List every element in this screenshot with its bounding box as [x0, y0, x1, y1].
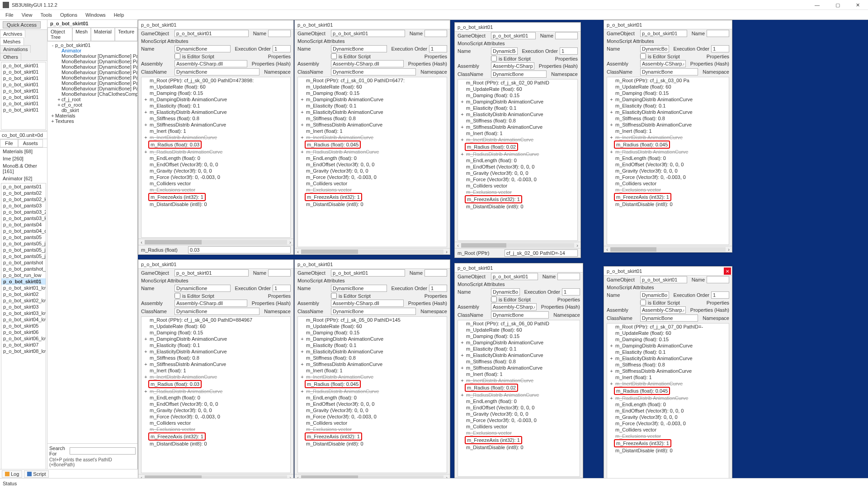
prop-row[interactable]: m_Gravity (Vector3f): 0, 0, 0: [298, 407, 447, 413]
panel-title[interactable]: p_o_bot_skirt01: [604, 267, 732, 276]
prop-row[interactable]: m_UpdateRate (float): 60: [142, 84, 290, 90]
prop-row[interactable]: +m_InertDistrib AnimationCurve: [458, 377, 580, 384]
prop-row[interactable]: m_DistantDisable (int8): 0: [607, 201, 729, 207]
prop-row[interactable]: +m_RadiusDistrib AnimationCurve: [607, 149, 729, 155]
prop-row[interactable]: m_Exclusions vector: [142, 187, 290, 193]
prop-row[interactable]: m_EndOffset (Vector3f): 0, 0, 0: [142, 401, 290, 407]
prop-row[interactable]: m_Root (PPtr): cf_j_sk_05_00 PathID=145: [298, 317, 447, 323]
prop-row[interactable]: m_Force (Vector3f): 0, -0.003, 0: [142, 413, 290, 420]
prop-row[interactable]: m_EndLength (float): 0: [458, 398, 580, 404]
name-input[interactable]: [268, 269, 291, 277]
prop-row[interactable]: m_FreezeAxis (int32): 1: [458, 195, 577, 203]
menu-view[interactable]: View: [18, 11, 36, 19]
prop-row[interactable]: m_Colliders vector: [458, 423, 580, 430]
prop-row[interactable]: m_UpdateRate (float): 60: [458, 327, 580, 333]
mono-name-input[interactable]: [640, 45, 669, 52]
gameobject-input[interactable]: [640, 30, 687, 37]
prop-row[interactable]: m_Stiffness (float): 0.8: [298, 355, 447, 361]
prop-row[interactable]: +m_RadiusDistrib AnimationCurve: [458, 151, 577, 157]
prop-row[interactable]: +m_InertDistrib AnimationCurve: [458, 136, 577, 143]
footer-prop-input[interactable]: [188, 246, 291, 253]
asset-list-item[interactable]: p_o_bot_skirt07: [1, 342, 46, 348]
prop-row[interactable]: m_EndLength (float): 0: [458, 157, 577, 164]
prop-row[interactable]: m_FreezeAxis (int32): 1: [607, 439, 729, 447]
prop-row[interactable]: m_EndLength (float): 0: [607, 155, 729, 161]
prop-row[interactable]: m_EndOffset (Vector3f): 0, 0, 0: [458, 164, 577, 170]
prop-row[interactable]: m_EndOffset (Vector3f): 0, 0, 0: [607, 408, 729, 414]
asset-list-item[interactable]: p_o_bot_pants03: [1, 202, 46, 209]
editor-script-checkbox[interactable]: [640, 300, 646, 305]
prop-row[interactable]: m_Damping (float): 0.15: [142, 90, 290, 96]
prop-row[interactable]: m_Force (Vector3f): 0, -0.003, 0: [142, 174, 290, 180]
prop-row[interactable]: +m_RadiusDistrib AnimationCurve: [142, 388, 290, 394]
prop-row[interactable]: +m_ElasticityDistrib AnimationCurve: [458, 352, 580, 358]
assembly-input[interactable]: [175, 60, 247, 67]
prop-row[interactable]: +m_ElasticityDistrib AnimationCurve: [298, 109, 447, 115]
prop-row[interactable]: m_Stiffness (float): 0.8: [142, 355, 290, 361]
tab-archives[interactable]: Archives: [0, 30, 25, 38]
prop-row[interactable]: m_Stiffness (float): 0.8: [607, 115, 729, 122]
panel-title[interactable]: p_o_bot_skirt01: [295, 260, 450, 269]
property-tree[interactable]: m_Root (PPtr): cf_j_sk_05_00 PathID=145m…: [297, 316, 447, 473]
prop-row[interactable]: m_Damping (float): 0.15: [298, 90, 447, 96]
name-input[interactable]: [707, 276, 729, 283]
prop-row[interactable]: m_Gravity (Vector3f): 0, 0, 0: [142, 407, 290, 413]
prop-row[interactable]: m_Damping (float): 0.15: [458, 92, 577, 99]
prop-row[interactable]: m_Damping (float): 0.15: [607, 90, 729, 96]
classname-input[interactable]: [491, 311, 549, 319]
list-item[interactable]: p_o_bot_skirt01: [1, 69, 46, 75]
classname-input[interactable]: [175, 308, 259, 315]
mono-name-input[interactable]: [331, 45, 387, 52]
asset-list-item[interactable]: p_o_bot_skirt01: [1, 278, 46, 285]
exec-order-input[interactable]: [711, 291, 729, 299]
footer-prop-input[interactable]: [505, 249, 578, 257]
assembly-input[interactable]: [640, 306, 686, 314]
prop-row[interactable]: +m_StiffnessDistrib AnimationCurve: [458, 124, 577, 130]
asset-list-item[interactable]: p_o_bot_pants05: [1, 234, 46, 240]
tab-meshes[interactable]: Meshes: [0, 38, 24, 45]
list-item[interactable]: p_o_bot_skirt01: [1, 62, 46, 69]
asset-list-item[interactable]: p_o_bot_skirt02: [1, 291, 46, 297]
prop-row[interactable]: m_DistantDisable (int8): 0: [607, 447, 729, 454]
asset-list-item[interactable]: p_o_bot_pants02: [1, 190, 46, 196]
property-tree[interactable]: m_Root (PPtr): cf_j_sk_03_00 Pam_UpdateR…: [607, 77, 729, 245]
mono-name-input[interactable]: [331, 285, 387, 292]
prop-row[interactable]: m_Inert (float): 1: [458, 130, 577, 136]
tree-node[interactable]: Animator: [48, 48, 137, 53]
asset-list-item[interactable]: p_o_bot_skirt03: [1, 304, 46, 310]
tree-node[interactable]: MonoBehaviour [DynamicBone] PathID=38740: [48, 80, 137, 86]
prop-row[interactable]: m_Radius (float): 0.045: [298, 380, 447, 388]
prop-row[interactable]: m_Exclusions vector: [142, 426, 290, 432]
asset-list-item[interactable]: p_o_bot_skirt02_lov: [1, 297, 46, 304]
prop-row[interactable]: +m_StiffnessDistrib AnimationCurve: [458, 365, 580, 371]
prop-row[interactable]: m_Inert (float): 1: [607, 374, 729, 380]
search-input[interactable]: [70, 447, 136, 455]
gameobject-input[interactable]: [175, 269, 249, 277]
property-tree[interactable]: m_Root (PPtr): cf_j_sk_01_00 PathID=6477…: [297, 77, 447, 247]
asset-list-item[interactable]: p_o_bot_skirt04_lov: [1, 316, 46, 323]
prop-row[interactable]: m_Stiffness (float): 0.8: [458, 117, 577, 124]
property-tree[interactable]: m_Root (PPtr): cf_j_sk_02_00 PathIDm_Upd…: [458, 79, 578, 241]
prop-row[interactable]: m_Elasticity (float): 0.1: [607, 349, 729, 355]
prop-row[interactable]: m_EndOffset (Vector3f): 0, 0, 0: [298, 401, 447, 407]
prop-row[interactable]: m_Exclusions vector: [458, 430, 580, 436]
prop-row[interactable]: +m_StiffnessDistrib AnimationCurve: [607, 368, 729, 374]
editor-script-checkbox[interactable]: [331, 53, 337, 59]
list-item[interactable]: p_o_bot_skirt01: [1, 75, 46, 81]
prop-row[interactable]: m_Colliders vector: [298, 420, 447, 426]
exec-order-input[interactable]: [711, 45, 729, 52]
prop-row[interactable]: m_Inert (float): 1: [458, 371, 580, 377]
prop-row[interactable]: m_UpdateRate (float): 60: [458, 86, 577, 92]
prop-row[interactable]: +m_RadiusDistrib AnimationCurve: [298, 388, 447, 394]
h-scrollbar[interactable]: ‹›: [295, 248, 450, 254]
prop-row[interactable]: +m_InertDistrib AnimationCurve: [142, 134, 290, 141]
prop-row[interactable]: +m_ElasticityDistrib AnimationCurve: [607, 109, 729, 115]
tree-node[interactable]: +Textures: [48, 118, 137, 124]
mono-name-input[interactable]: [491, 47, 518, 55]
prop-row[interactable]: +m_ElasticityDistrib AnimationCurve: [458, 111, 577, 117]
assembly-input[interactable]: [175, 300, 247, 307]
prop-row[interactable]: +m_InertDistrib AnimationCurve: [607, 380, 729, 387]
mid-tab-material[interactable]: Material: [91, 28, 115, 41]
prop-row[interactable]: +m_StiffnessDistrib AnimationCurve: [142, 122, 290, 128]
prop-row[interactable]: m_FreezeAxis (int32): 1: [298, 432, 447, 441]
